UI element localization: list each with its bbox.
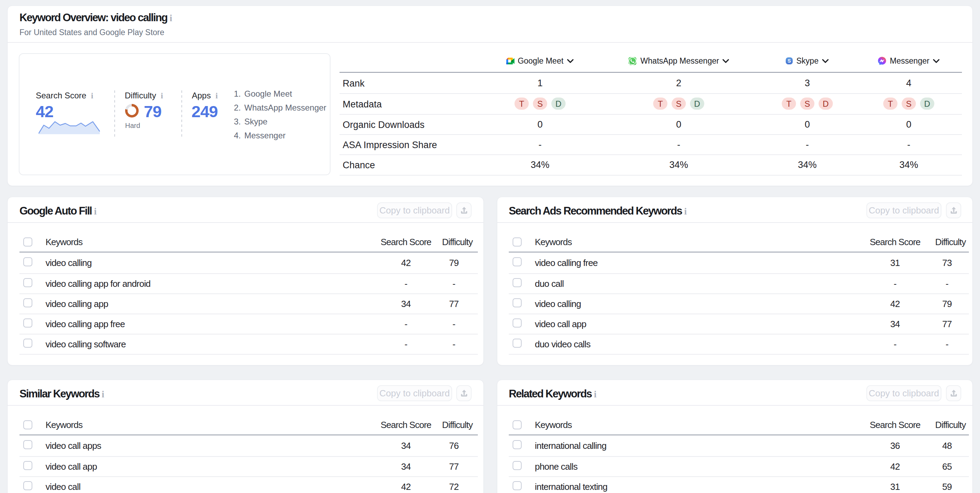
- svg-text:S: S: [788, 58, 791, 64]
